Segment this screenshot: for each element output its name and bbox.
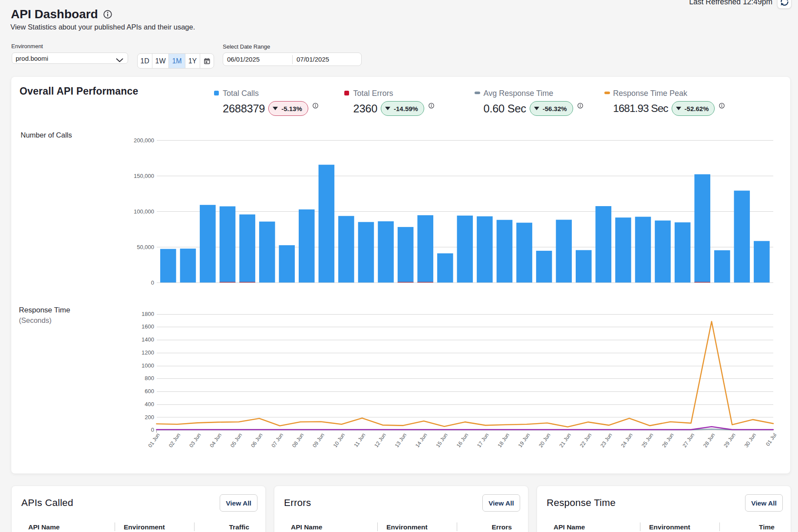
svg-text:29 Jun: 29 Jun xyxy=(722,432,736,449)
svg-text:1200: 1200 xyxy=(142,349,154,356)
svg-text:1000: 1000 xyxy=(142,362,154,369)
svg-text:1400: 1400 xyxy=(142,336,154,343)
svg-text:16 Jun: 16 Jun xyxy=(455,432,469,449)
svg-text:27 Jun: 27 Jun xyxy=(682,432,696,449)
svg-text:11 Jun: 11 Jun xyxy=(353,432,367,448)
svg-text:21 Jun: 21 Jun xyxy=(558,432,572,449)
svg-text:04 Jun: 04 Jun xyxy=(209,432,223,449)
svg-text:200,000: 200,000 xyxy=(134,137,154,144)
svg-text:200: 200 xyxy=(145,414,154,420)
svg-text:01 Jun: 01 Jun xyxy=(147,432,161,449)
svg-text:14 Jun: 14 Jun xyxy=(414,432,428,449)
svg-text:12 Jun: 12 Jun xyxy=(373,432,387,449)
svg-text:23 Jun: 23 Jun xyxy=(599,432,613,449)
svg-text:15 Jun: 15 Jun xyxy=(435,432,448,449)
svg-text:26 Jun: 26 Jun xyxy=(661,432,675,449)
svg-text:19 Jun: 19 Jun xyxy=(517,432,531,449)
svg-text:10 Jun: 10 Jun xyxy=(332,432,346,449)
svg-text:18 Jun: 18 Jun xyxy=(497,432,511,449)
svg-text:150,000: 150,000 xyxy=(134,173,154,179)
svg-text:08 Jun: 08 Jun xyxy=(291,432,305,449)
svg-text:100,000: 100,000 xyxy=(134,208,154,215)
svg-text:24 Jun: 24 Jun xyxy=(620,432,634,449)
svg-text:0: 0 xyxy=(151,279,154,286)
svg-text:03 Jun: 03 Jun xyxy=(188,432,202,449)
svg-text:0: 0 xyxy=(151,427,154,433)
svg-text:06 Jun: 06 Jun xyxy=(250,432,264,449)
svg-text:800: 800 xyxy=(145,375,154,381)
svg-text:22 Jun: 22 Jun xyxy=(579,432,593,449)
svg-text:09 Jun: 09 Jun xyxy=(311,432,325,449)
svg-text:30 Jun: 30 Jun xyxy=(743,432,757,449)
svg-text:1600: 1600 xyxy=(142,323,154,330)
svg-text:01 Jul: 01 Jul xyxy=(765,432,778,447)
svg-text:50,000: 50,000 xyxy=(137,244,154,250)
svg-text:13 Jun: 13 Jun xyxy=(394,432,408,449)
svg-text:05 Jun: 05 Jun xyxy=(229,432,243,449)
svg-text:17 Jun: 17 Jun xyxy=(476,432,490,449)
svg-text:02 Jun: 02 Jun xyxy=(168,432,181,449)
svg-text:28 Jun: 28 Jun xyxy=(702,432,716,449)
svg-text:25 Jun: 25 Jun xyxy=(640,432,654,449)
svg-text:600: 600 xyxy=(145,388,154,394)
svg-text:20 Jun: 20 Jun xyxy=(537,432,551,449)
svg-text:1800: 1800 xyxy=(142,311,154,317)
svg-text:07 Jun: 07 Jun xyxy=(270,432,284,449)
svg-text:400: 400 xyxy=(145,401,154,407)
